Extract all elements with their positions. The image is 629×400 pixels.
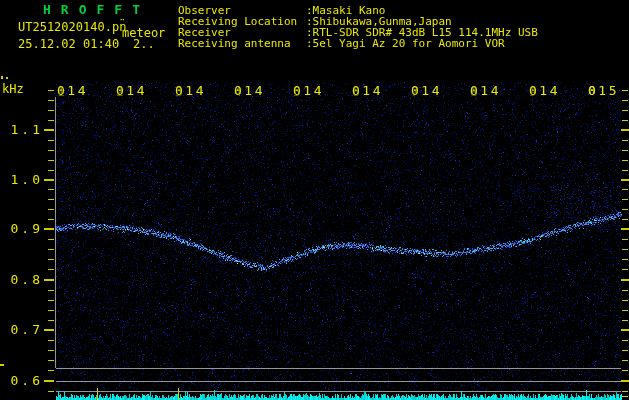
spectrogram-canvas [0, 0, 629, 400]
info-label: Receiving antenna [178, 37, 291, 50]
time-tick-label: 0144 [234, 83, 244, 98]
time-tick-label: 0145 [293, 83, 303, 98]
time-tick-label: 0146 [352, 83, 362, 98]
freq-tick-label: 0.6 [0, 373, 43, 388]
freq-tick-label: 0.8 [0, 272, 43, 287]
info-value: :5el Yagi Az 20 for Aomori VOR [306, 37, 505, 50]
freq-tick-label: 0.7 [0, 322, 43, 337]
freq-tick-label: 1.0 [0, 172, 43, 187]
time-tick-label: 0149 [529, 83, 539, 98]
time-tick-label: 0141 [57, 83, 67, 98]
station-info-block: Observer:Masaki KanoReceiving Location:S… [0, 0, 629, 60]
time-tick-label: 0142 [116, 83, 126, 98]
freq-tick-label: 1.1 [0, 122, 43, 137]
time-tick-label: 0143 [175, 83, 185, 98]
time-tick-label: 0148 [470, 83, 480, 98]
time-tick-label: 0147 [411, 83, 421, 98]
freq-unit-label: kHz [2, 82, 24, 96]
hrofft-screen: HROFFT UT2512020140.pn ¨ meteor 25.12.02… [0, 0, 629, 400]
freq-tick-label: 0.9 [0, 221, 43, 236]
